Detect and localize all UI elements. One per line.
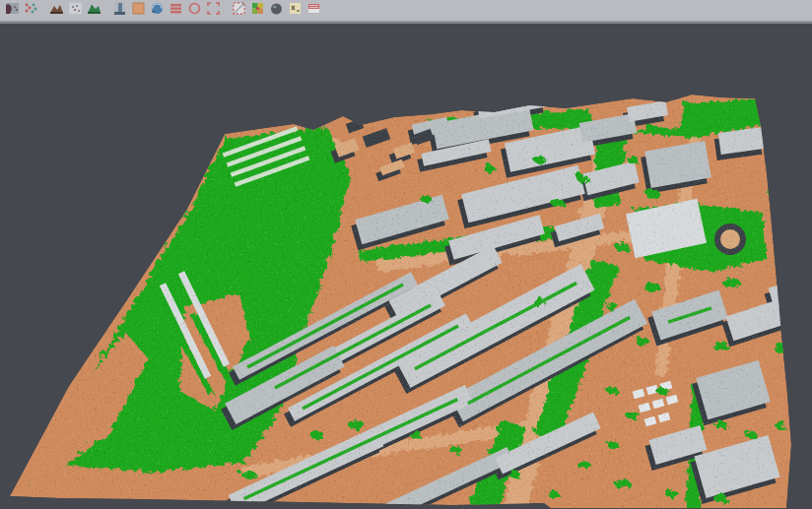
colored-points-button[interactable]: [22, 1, 40, 20]
toolbar-group-3: [110, 1, 223, 20]
ortho-view-icon: [131, 1, 146, 20]
raster-grid-button[interactable]: [230, 1, 248, 20]
classification-palette-icon: [250, 1, 265, 20]
rect-select-icon: [206, 1, 221, 20]
toolbar-group-1: [3, 1, 40, 20]
rotate-globe-icon: [150, 1, 165, 20]
3d-viewport[interactable]: [0, 24, 812, 509]
terrain-dark-icon: [49, 1, 64, 20]
annotate-icon: [288, 1, 303, 20]
sphere-view-button[interactable]: [267, 1, 286, 20]
rect-select-button[interactable]: [204, 1, 223, 20]
classification-palette-button[interactable]: [248, 1, 267, 20]
circle-select-icon: [187, 1, 202, 20]
raster-grid-icon: [232, 1, 246, 20]
layers-button[interactable]: [167, 1, 185, 20]
circle-select-button[interactable]: [185, 1, 204, 20]
toolbar-group-2: [47, 1, 103, 20]
cross-section-button[interactable]: [304, 1, 323, 20]
profile-view-button[interactable]: [110, 1, 129, 20]
point-cloud-scene: [0, 24, 812, 508]
terrain-dark-button[interactable]: [47, 1, 66, 20]
sphere-view-icon: [269, 1, 284, 20]
terrain-green-button[interactable]: [85, 1, 103, 20]
rotate-globe-button[interactable]: [148, 1, 167, 20]
points-sparse-icon: [68, 1, 83, 20]
annotate-button[interactable]: [286, 1, 304, 20]
toolbar-group-4: [230, 1, 323, 20]
app-window: [0, 0, 812, 509]
profile-view-icon: [112, 1, 127, 20]
ortho-view-button[interactable]: [129, 1, 148, 20]
terrain-green-icon: [87, 1, 102, 20]
layers-icon: [169, 1, 183, 20]
toolbar: [0, 0, 812, 22]
cross-section-icon: [306, 1, 321, 20]
points-sparse-button[interactable]: [66, 1, 85, 20]
colored-points-icon: [24, 1, 38, 20]
select-cloud-icon: [5, 1, 20, 20]
select-cloud-button[interactable]: [3, 1, 22, 20]
